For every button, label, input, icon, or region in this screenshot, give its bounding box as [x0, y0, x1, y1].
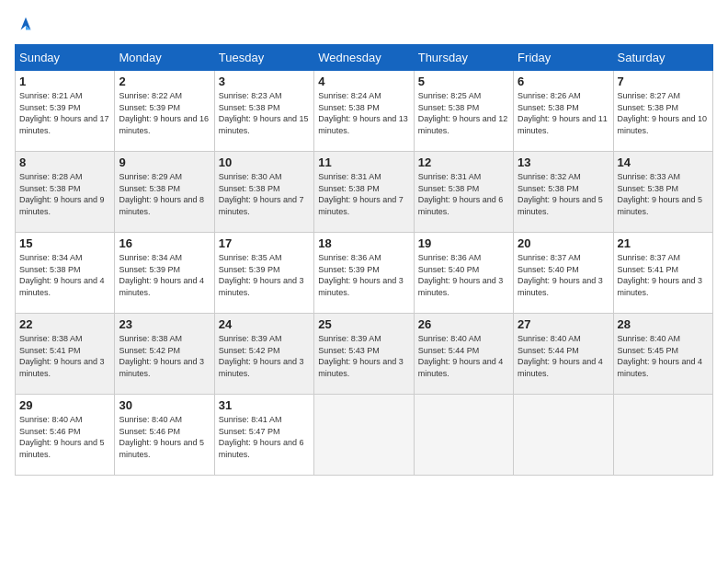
weekday-header-sunday: Sunday [16, 45, 115, 71]
day-info: Sunrise: 8:40 AM Sunset: 5:44 PM Dayligh… [518, 333, 609, 379]
day-info: Sunrise: 8:39 AM Sunset: 5:43 PM Dayligh… [318, 333, 409, 379]
day-info: Sunrise: 8:37 AM Sunset: 5:40 PM Dayligh… [518, 252, 609, 298]
calendar-cell: 21 Sunrise: 8:37 AM Sunset: 5:41 PM Dayl… [613, 233, 712, 314]
day-number: 28 [618, 317, 709, 331]
day-number: 22 [19, 317, 110, 331]
calendar-cell: 5 Sunrise: 8:25 AM Sunset: 5:38 PM Dayli… [414, 71, 513, 152]
calendar-cell: 13 Sunrise: 8:32 AM Sunset: 5:38 PM Dayl… [514, 152, 613, 233]
day-info: Sunrise: 8:38 AM Sunset: 5:41 PM Dayligh… [19, 333, 110, 379]
day-number: 8 [19, 155, 110, 169]
weekday-header-tuesday: Tuesday [214, 45, 313, 71]
calendar-cell: 31 Sunrise: 8:41 AM Sunset: 5:47 PM Dayl… [214, 395, 313, 476]
day-info: Sunrise: 8:40 AM Sunset: 5:45 PM Dayligh… [618, 333, 709, 379]
calendar-cell: 12 Sunrise: 8:31 AM Sunset: 5:38 PM Dayl… [414, 152, 513, 233]
day-number: 17 [219, 236, 310, 250]
day-number: 16 [119, 236, 210, 250]
calendar-cell: 14 Sunrise: 8:33 AM Sunset: 5:38 PM Dayl… [613, 152, 712, 233]
day-info: Sunrise: 8:21 AM Sunset: 5:39 PM Dayligh… [19, 90, 110, 136]
header [15, 15, 713, 33]
day-info: Sunrise: 8:24 AM Sunset: 5:38 PM Dayligh… [318, 90, 409, 136]
calendar-week-row: 22 Sunrise: 8:38 AM Sunset: 5:41 PM Dayl… [16, 314, 713, 395]
day-number: 21 [618, 236, 709, 250]
day-info: Sunrise: 8:40 AM Sunset: 5:46 PM Dayligh… [19, 414, 110, 460]
calendar-cell [613, 395, 712, 476]
day-number: 6 [518, 75, 609, 88]
day-number: 5 [418, 75, 509, 88]
day-info: Sunrise: 8:28 AM Sunset: 5:38 PM Dayligh… [19, 171, 110, 217]
day-info: Sunrise: 8:31 AM Sunset: 5:38 PM Dayligh… [318, 171, 409, 217]
day-info: Sunrise: 8:40 AM Sunset: 5:44 PM Dayligh… [418, 333, 509, 379]
day-info: Sunrise: 8:37 AM Sunset: 5:41 PM Dayligh… [618, 252, 709, 298]
calendar-week-row: 15 Sunrise: 8:34 AM Sunset: 5:38 PM Dayl… [16, 233, 713, 314]
weekday-header-monday: Monday [115, 45, 214, 71]
calendar-cell [514, 395, 613, 476]
day-info: Sunrise: 8:35 AM Sunset: 5:39 PM Dayligh… [219, 252, 310, 298]
calendar-table: SundayMondayTuesdayWednesdayThursdayFrid… [15, 44, 713, 476]
logo-icon [16, 15, 36, 35]
calendar-cell: 3 Sunrise: 8:23 AM Sunset: 5:38 PM Dayli… [214, 71, 313, 152]
day-number: 10 [219, 155, 310, 169]
calendar-cell: 28 Sunrise: 8:40 AM Sunset: 5:45 PM Dayl… [613, 314, 712, 395]
day-info: Sunrise: 8:29 AM Sunset: 5:38 PM Dayligh… [119, 171, 210, 217]
day-number: 9 [119, 155, 210, 169]
day-info: Sunrise: 8:31 AM Sunset: 5:38 PM Dayligh… [418, 171, 509, 217]
day-number: 4 [318, 75, 409, 88]
day-number: 18 [318, 236, 409, 250]
calendar-cell: 7 Sunrise: 8:27 AM Sunset: 5:38 PM Dayli… [613, 71, 712, 152]
day-info: Sunrise: 8:30 AM Sunset: 5:38 PM Dayligh… [219, 171, 310, 217]
day-number: 31 [219, 398, 310, 412]
day-number: 24 [219, 317, 310, 331]
calendar-cell: 11 Sunrise: 8:31 AM Sunset: 5:38 PM Dayl… [314, 152, 414, 233]
calendar-week-row: 29 Sunrise: 8:40 AM Sunset: 5:46 PM Dayl… [16, 395, 713, 476]
calendar-cell: 10 Sunrise: 8:30 AM Sunset: 5:38 PM Dayl… [214, 152, 313, 233]
day-number: 29 [19, 398, 110, 412]
day-info: Sunrise: 8:38 AM Sunset: 5:42 PM Dayligh… [119, 333, 210, 379]
weekday-header-saturday: Saturday [613, 45, 712, 71]
day-number: 7 [618, 75, 709, 88]
day-number: 14 [618, 155, 709, 169]
day-number: 25 [318, 317, 409, 331]
day-number: 13 [518, 155, 609, 169]
calendar-cell: 29 Sunrise: 8:40 AM Sunset: 5:46 PM Dayl… [16, 395, 115, 476]
calendar-cell: 9 Sunrise: 8:29 AM Sunset: 5:38 PM Dayli… [115, 152, 214, 233]
calendar-cell: 18 Sunrise: 8:36 AM Sunset: 5:39 PM Dayl… [314, 233, 414, 314]
calendar-cell: 20 Sunrise: 8:37 AM Sunset: 5:40 PM Dayl… [514, 233, 613, 314]
day-info: Sunrise: 8:26 AM Sunset: 5:38 PM Dayligh… [518, 90, 609, 136]
calendar-cell [414, 395, 513, 476]
calendar-cell: 23 Sunrise: 8:38 AM Sunset: 5:42 PM Dayl… [115, 314, 214, 395]
day-info: Sunrise: 8:32 AM Sunset: 5:38 PM Dayligh… [518, 171, 609, 217]
day-number: 19 [418, 236, 509, 250]
day-info: Sunrise: 8:36 AM Sunset: 5:39 PM Dayligh… [318, 252, 409, 298]
calendar-cell: 27 Sunrise: 8:40 AM Sunset: 5:44 PM Dayl… [514, 314, 613, 395]
day-number: 27 [518, 317, 609, 331]
calendar-cell [314, 395, 414, 476]
calendar-cell: 30 Sunrise: 8:40 AM Sunset: 5:46 PM Dayl… [115, 395, 214, 476]
day-info: Sunrise: 8:27 AM Sunset: 5:38 PM Dayligh… [618, 90, 709, 136]
day-info: Sunrise: 8:25 AM Sunset: 5:38 PM Dayligh… [418, 90, 509, 136]
calendar-cell: 24 Sunrise: 8:39 AM Sunset: 5:42 PM Dayl… [214, 314, 313, 395]
day-info: Sunrise: 8:39 AM Sunset: 5:42 PM Dayligh… [219, 333, 310, 379]
day-number: 26 [418, 317, 509, 331]
day-number: 11 [318, 155, 409, 169]
day-number: 2 [119, 75, 210, 88]
day-info: Sunrise: 8:33 AM Sunset: 5:38 PM Dayligh… [618, 171, 709, 217]
calendar-cell: 4 Sunrise: 8:24 AM Sunset: 5:38 PM Dayli… [314, 71, 414, 152]
calendar-cell: 15 Sunrise: 8:34 AM Sunset: 5:38 PM Dayl… [16, 233, 115, 314]
calendar-cell: 1 Sunrise: 8:21 AM Sunset: 5:39 PM Dayli… [16, 71, 115, 152]
calendar-cell: 19 Sunrise: 8:36 AM Sunset: 5:40 PM Dayl… [414, 233, 513, 314]
calendar-week-row: 8 Sunrise: 8:28 AM Sunset: 5:38 PM Dayli… [16, 152, 713, 233]
day-info: Sunrise: 8:40 AM Sunset: 5:46 PM Dayligh… [119, 414, 210, 460]
day-info: Sunrise: 8:23 AM Sunset: 5:38 PM Dayligh… [219, 90, 310, 136]
day-info: Sunrise: 8:36 AM Sunset: 5:40 PM Dayligh… [418, 252, 509, 298]
weekday-header-row: SundayMondayTuesdayWednesdayThursdayFrid… [16, 45, 713, 71]
calendar-cell: 8 Sunrise: 8:28 AM Sunset: 5:38 PM Dayli… [16, 152, 115, 233]
weekday-header-friday: Friday [514, 45, 613, 71]
day-info: Sunrise: 8:41 AM Sunset: 5:47 PM Dayligh… [219, 414, 310, 460]
calendar-cell: 17 Sunrise: 8:35 AM Sunset: 5:39 PM Dayl… [214, 233, 313, 314]
calendar-week-row: 1 Sunrise: 8:21 AM Sunset: 5:39 PM Dayli… [16, 71, 713, 152]
weekday-header-wednesday: Wednesday [314, 45, 414, 71]
calendar-cell: 25 Sunrise: 8:39 AM Sunset: 5:43 PM Dayl… [314, 314, 414, 395]
calendar-cell: 26 Sunrise: 8:40 AM Sunset: 5:44 PM Dayl… [414, 314, 513, 395]
weekday-header-thursday: Thursday [414, 45, 513, 71]
logo [15, 15, 37, 33]
